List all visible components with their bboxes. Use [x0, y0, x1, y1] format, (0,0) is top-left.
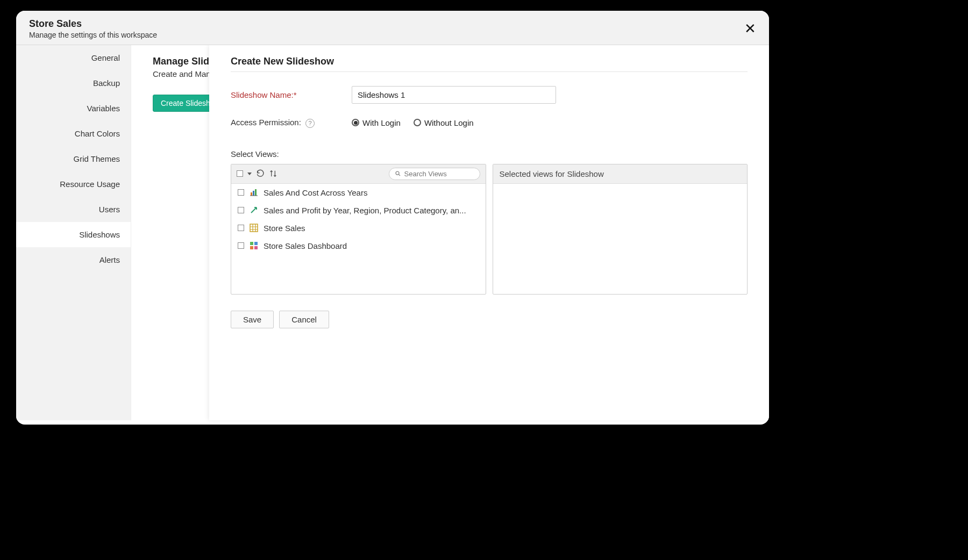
- radio-with-login-label: With Login: [362, 118, 401, 127]
- sidebar-item-users[interactable]: Users: [16, 197, 131, 222]
- sidebar-item-slideshows[interactable]: Slideshows: [16, 222, 131, 247]
- view-checkbox[interactable]: [238, 189, 244, 196]
- sidebar-item-resource-usage[interactable]: Resource Usage: [16, 171, 131, 197]
- select-all-checkbox[interactable]: [237, 170, 243, 177]
- selected-views-pane: Selected views for Slideshow: [493, 164, 748, 295]
- views-panes: Sales And Cost Across Years Sales and Pr…: [231, 164, 748, 295]
- close-icon[interactable]: ✕: [744, 21, 756, 35]
- help-icon[interactable]: ?: [305, 119, 315, 128]
- refresh-icon[interactable]: [256, 169, 265, 178]
- view-label: Sales and Profit by Year, Region, Produc…: [264, 206, 466, 215]
- header: Store Sales Manage the settings of this …: [16, 11, 769, 45]
- view-checkbox[interactable]: [238, 225, 244, 231]
- settings-window: Store Sales Manage the settings of this …: [16, 11, 769, 425]
- svg-point-0: [396, 171, 399, 175]
- slideshow-name-row: Slideshow Name:*: [231, 86, 748, 104]
- select-views-label: Select Views:: [231, 149, 748, 159]
- search-views-box[interactable]: [389, 168, 480, 180]
- modal-buttons: Save Cancel: [231, 311, 748, 328]
- bar-chart-icon: [250, 188, 258, 197]
- svg-rect-4: [250, 224, 258, 232]
- view-row[interactable]: Store Sales Dashboard: [231, 237, 486, 255]
- sort-icon[interactable]: [269, 169, 277, 178]
- search-views-input[interactable]: [404, 170, 474, 178]
- slideshow-name-label: Slideshow Name:*: [231, 90, 352, 99]
- radio-with-login[interactable]: With Login: [352, 118, 401, 127]
- search-icon: [395, 170, 401, 177]
- sidebar-item-variables[interactable]: Variables: [16, 96, 131, 121]
- svg-rect-5: [250, 242, 253, 245]
- view-label: Store Sales: [264, 224, 305, 233]
- cancel-button[interactable]: Cancel: [279, 311, 329, 328]
- view-checkbox[interactable]: [238, 242, 244, 249]
- sidebar-item-backup[interactable]: Backup: [16, 70, 131, 96]
- view-label: Store Sales Dashboard: [264, 241, 347, 250]
- radio-without-login[interactable]: Without Login: [414, 118, 474, 127]
- available-views-toolbar: [231, 164, 486, 184]
- sidebar-item-alerts[interactable]: Alerts: [16, 247, 131, 272]
- slideshow-list-subtitle: Create and Man: [153, 69, 209, 78]
- table-icon: [250, 224, 258, 232]
- create-slideshow-button[interactable]: Create Slideshow: [153, 95, 209, 112]
- view-label: Sales And Cost Across Years: [264, 188, 367, 197]
- svg-rect-2: [253, 191, 254, 196]
- svg-rect-3: [255, 189, 257, 196]
- view-checkbox[interactable]: [238, 207, 244, 213]
- workspace-subtitle: Manage the settings of this workspace: [29, 31, 756, 39]
- svg-rect-8: [254, 246, 258, 249]
- slideshow-name-input[interactable]: [352, 86, 556, 104]
- view-row[interactable]: Store Sales: [231, 219, 486, 237]
- pivot-icon: [250, 206, 258, 214]
- svg-rect-6: [254, 242, 258, 245]
- create-slideshow-modal: Create New Slideshow Slideshow Name:* Ac…: [209, 45, 769, 420]
- access-radio-group: With Login Without Login: [352, 118, 474, 127]
- svg-rect-1: [251, 192, 252, 196]
- sidebar-item-grid-themes[interactable]: Grid Themes: [16, 146, 131, 171]
- workspace-title: Store Sales: [29, 18, 756, 30]
- sidebar-item-general[interactable]: General: [16, 45, 131, 70]
- dashboard-icon: [250, 241, 258, 250]
- view-row[interactable]: Sales and Profit by Year, Region, Produc…: [231, 202, 486, 219]
- selected-views-title: Selected views for Slideshow: [493, 164, 748, 184]
- access-permission-row: Access Permission: ? With Login Without …: [231, 118, 748, 128]
- svg-rect-7: [250, 246, 253, 249]
- slideshow-list-panel: Manage Slides Create and Man Create Slid…: [131, 45, 209, 420]
- access-permission-label: Access Permission: ?: [231, 118, 352, 128]
- view-row[interactable]: Sales And Cost Across Years: [231, 184, 486, 202]
- radio-without-login-label: Without Login: [424, 118, 474, 127]
- radio-dot-icon: [352, 119, 359, 126]
- modal-title: Create New Slideshow: [231, 56, 748, 72]
- sidebar-item-chart-colors[interactable]: Chart Colors: [16, 121, 131, 146]
- body: General Backup Variables Chart Colors Gr…: [16, 45, 769, 420]
- sidebar: General Backup Variables Chart Colors Gr…: [16, 45, 131, 420]
- radio-dot-icon: [414, 119, 421, 126]
- available-views-pane: Sales And Cost Across Years Sales and Pr…: [231, 164, 486, 295]
- access-permission-text: Access Permission:: [231, 118, 301, 127]
- select-all-dropdown-icon[interactable]: [247, 173, 252, 175]
- save-button[interactable]: Save: [231, 311, 274, 328]
- slideshow-list-title: Manage Slides: [153, 56, 209, 67]
